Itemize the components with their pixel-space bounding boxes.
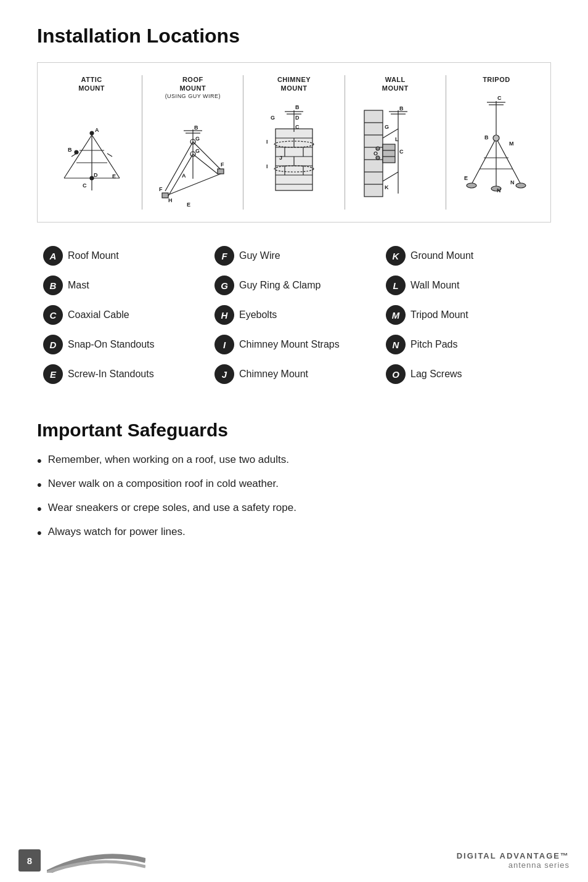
svg-text:G: G <box>195 148 200 154</box>
bullet-1: • <box>37 452 42 471</box>
legend-item-f: F Guy Wire <box>208 241 380 271</box>
svg-point-95 <box>493 135 499 141</box>
svg-text:I: I <box>266 139 268 145</box>
page-number: 8 <box>18 849 41 872</box>
svg-text:C: C <box>295 124 300 130</box>
legend-grid: A Roof Mount B Mast C Coaxial Cable D Sn… <box>37 241 551 389</box>
badge-o: O <box>386 364 406 384</box>
legend-item-n: N Pitch Pads <box>380 330 551 359</box>
badge-g: G <box>214 276 234 295</box>
legend-col-3: K Ground Mount L Wall Mount M Tripod Mou… <box>380 241 551 389</box>
legend-text-j: Chimney Mount <box>239 364 308 381</box>
legend-item-e: E Screw-In Standouts <box>37 359 208 389</box>
safeguard-item-4: • Always watch for power lines. <box>37 524 551 543</box>
legend-text-b: Mast <box>68 276 89 292</box>
svg-text:E: E <box>187 202 190 208</box>
svg-text:J: J <box>279 155 282 161</box>
footer: 8 DIGITAL ADVANTAGE™ antenna series <box>0 839 588 882</box>
svg-rect-68 <box>383 144 395 163</box>
svg-text:K: K <box>385 184 389 190</box>
svg-text:M: M <box>509 141 514 147</box>
svg-text:B: B <box>484 134 489 141</box>
divider-4 <box>446 75 446 210</box>
diagram-attic-label: ATTICMOUNT <box>78 75 105 93</box>
svg-text:B: B <box>68 147 72 153</box>
svg-text:D: D <box>295 115 300 121</box>
footer-brand: DIGITAL ADVANTAGE™ <box>457 851 570 860</box>
svg-text:G: G <box>385 124 389 130</box>
legend-item-d: D Snap-On Standouts <box>37 330 208 359</box>
diagram-roof: ROOFMOUNT(Using Guy Wire) <box>145 75 240 210</box>
diagram-tripod-svg: C B M N E N <box>449 89 544 194</box>
legend-text-o: Lag Screws <box>410 364 462 381</box>
badge-c: C <box>43 305 63 325</box>
svg-text:N: N <box>497 187 501 194</box>
divider-3 <box>345 75 345 210</box>
diagram-wall-label: WALLMOUNT <box>382 75 409 93</box>
badge-n: N <box>386 335 406 354</box>
diagram-chimney: CHIMNEYMOUNT <box>246 75 341 203</box>
badge-f: F <box>214 246 234 266</box>
safeguard-text-4: Always watch for power lines. <box>48 524 186 540</box>
svg-text:E: E <box>112 173 116 179</box>
legend-item-h: H Eyebolts <box>208 300 380 330</box>
legend-item-a: A Roof Mount <box>37 241 208 271</box>
svg-text:G: G <box>271 115 275 121</box>
svg-line-86 <box>496 138 521 184</box>
svg-line-7 <box>107 153 112 157</box>
svg-text:F: F <box>159 186 163 192</box>
svg-text:O: O <box>374 150 378 157</box>
badge-k: K <box>386 246 406 266</box>
svg-point-92 <box>467 183 476 188</box>
svg-text:N: N <box>510 179 515 186</box>
svg-point-9 <box>75 150 78 154</box>
legend-text-l: Wall Mount <box>410 276 459 292</box>
safeguards-title: Important Safeguards <box>37 420 551 441</box>
legend-text-e: Screw-In Standouts <box>68 364 154 381</box>
svg-rect-27 <box>218 169 224 174</box>
svg-point-8 <box>90 131 94 135</box>
svg-text:I: I <box>266 163 268 169</box>
badge-b: B <box>43 276 63 295</box>
diagram-area: ATTICMOUNT <box>37 62 551 223</box>
safeguard-item-2: • Never walk on a composition roof in co… <box>37 476 551 495</box>
badge-e: E <box>43 364 63 384</box>
safeguard-text-2: Never walk on a composition roof in cold… <box>48 476 279 492</box>
legend-text-a: Roof Mount <box>68 246 119 263</box>
footer-sub: antenna series <box>457 860 570 870</box>
badge-j: J <box>214 364 234 384</box>
legend-item-j: J Chimney Mount <box>208 359 380 389</box>
svg-point-94 <box>516 183 526 188</box>
safeguard-text-1: Remember, when working on a roof, use tw… <box>48 452 289 468</box>
diagram-tripod-label: TRIPOD <box>483 75 510 84</box>
svg-text:E: E <box>464 175 468 181</box>
legend-item-k: K Ground Mount <box>380 241 551 271</box>
legend-text-n: Pitch Pads <box>410 335 457 351</box>
legend-item-c: C Coaxial Cable <box>37 300 208 330</box>
safeguards-list: • Remember, when working on a roof, use … <box>37 452 551 542</box>
legend-col-1: A Roof Mount B Mast C Coaxial Cable D Sn… <box>37 241 208 389</box>
footer-right: DIGITAL ADVANTAGE™ antenna series <box>457 851 570 870</box>
svg-text:A: A <box>95 127 99 133</box>
diagram-roof-label: ROOFMOUNT(Using Guy Wire) <box>165 75 221 100</box>
diagram-wall: WALLMOUNT <box>348 75 443 203</box>
legend-text-f: Guy Wire <box>239 246 280 263</box>
safeguard-text-3: Wear sneakers or crepe soles, and use a … <box>48 500 296 516</box>
diagram-chimney-svg: B I I C J G D <box>246 98 341 203</box>
diagram-roof-svg: B G G F F H E A <box>145 105 240 210</box>
badge-l: L <box>386 276 406 295</box>
svg-line-18 <box>165 142 193 191</box>
bullet-3: • <box>37 500 42 519</box>
svg-text:D: D <box>94 172 98 178</box>
installation-title: Installation Locations <box>37 25 551 47</box>
diagram-wall-svg: B L O C G K <box>348 98 443 203</box>
legend-text-h: Eyebolts <box>239 305 277 322</box>
safeguard-item-1: • Remember, when working on a roof, use … <box>37 452 551 471</box>
legend-text-m: Tripod Mount <box>410 305 468 322</box>
badge-m: M <box>386 305 406 325</box>
divider-1 <box>142 75 142 210</box>
svg-text:C: C <box>399 149 404 155</box>
footer-left: 8 <box>18 848 145 873</box>
legend-text-c: Coaxial Cable <box>68 305 129 322</box>
diagram-chimney-label: CHIMNEYMOUNT <box>277 75 311 93</box>
